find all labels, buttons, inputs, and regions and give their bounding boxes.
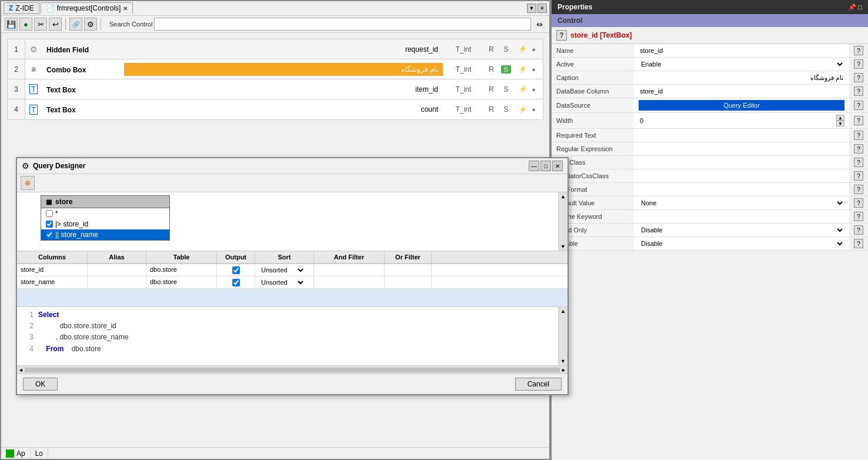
lightning-icon[interactable]: ⚡ xyxy=(518,105,528,114)
help-q-icon[interactable]: ? xyxy=(854,59,863,69)
caption-input[interactable] xyxy=(639,74,844,82)
help-q-icon[interactable]: ? xyxy=(854,198,863,208)
sort-select[interactable]: Unsorted Ascending Descending xyxy=(259,278,305,286)
prop-label-width: Width xyxy=(552,113,634,129)
regex-input[interactable] xyxy=(639,145,844,153)
qd-sql-area[interactable]: 1 Select 2 dbo.store.store_id 3 , dbo.st… xyxy=(17,306,567,365)
width-input[interactable] xyxy=(639,116,836,125)
help-q-icon[interactable]: ? xyxy=(854,171,863,181)
query-editor-button[interactable]: Query Editor xyxy=(639,100,844,111)
minimize-button[interactable]: ▼ xyxy=(527,4,536,13)
width-down-arrow[interactable]: ▼ xyxy=(836,121,844,126)
link-button[interactable]: 🔗 xyxy=(69,18,82,31)
qd-maximize-button[interactable]: □ xyxy=(540,161,551,171)
row-label: Hidden Field xyxy=(42,42,124,56)
run-button[interactable]: ● xyxy=(19,18,32,31)
help-q-icon[interactable]: ? xyxy=(854,101,863,110)
help-q-icon[interactable]: ? xyxy=(854,116,863,125)
tagformat-input[interactable] xyxy=(639,185,844,194)
help-q-icon[interactable]: ? xyxy=(854,185,863,194)
prop-value-dbcolumn xyxy=(634,85,849,98)
sort-select[interactable]: Unsorted Ascending Descending xyxy=(259,266,305,274)
lightning-icon[interactable]: ⚡ xyxy=(518,45,528,54)
readonly-select[interactable]: Disable Enable xyxy=(639,226,844,234)
help-q-icon[interactable]: ? xyxy=(854,158,863,167)
col-cell-filter xyxy=(314,264,385,276)
tab-form-label: frmrequest[Controls] xyxy=(57,4,121,12)
cachekeyword-input[interactable] xyxy=(639,212,844,221)
dbcolumn-input[interactable] xyxy=(639,87,844,95)
help-q-icon[interactable]: ? xyxy=(854,225,863,235)
scroll-left-icon[interactable]: ◄ xyxy=(18,367,24,373)
col-header-sort: Sort xyxy=(255,251,314,263)
sql-line: 2 dbo.store.store_id xyxy=(22,321,563,332)
qd-minimize-button[interactable]: — xyxy=(529,161,539,171)
row-r: R xyxy=(484,105,499,114)
close-button[interactable]: ✕ xyxy=(538,4,547,13)
defaultvalue-select[interactable]: None Today Now xyxy=(639,199,844,207)
tab-form[interactable]: 📄 frmrequest[Controls] ✕ xyxy=(41,2,133,14)
prop-value-caption xyxy=(634,71,849,85)
scroll-right-icon[interactable]: ► xyxy=(561,367,566,373)
prop-row-name: Name ? xyxy=(552,44,868,58)
save-button[interactable]: 💾 xyxy=(5,18,18,31)
help-q-icon[interactable]: ? xyxy=(854,144,863,154)
circle-icon[interactable]: ● xyxy=(529,85,539,94)
tab-zide[interactable]: Z Z-IDE xyxy=(4,2,39,14)
qd-close-button[interactable]: ✕ xyxy=(552,161,563,171)
col-cell-column: store_id xyxy=(17,264,88,276)
lightning-icon[interactable]: ⚡ xyxy=(518,65,528,74)
qd-horizontal-scrollbar[interactable]: ◄ ► xyxy=(17,365,567,374)
sql-scrollbar-v[interactable]: ▲ ▼ xyxy=(558,307,567,365)
table-row: 1 ⚙ Hidden Field request_id T_int R S ⚡ … xyxy=(8,39,543,59)
table-item-checkbox[interactable] xyxy=(46,210,53,217)
sql-plain: , dbo.store.store_name xyxy=(38,332,128,343)
scroll-down-icon[interactable]: ▼ xyxy=(560,358,566,364)
help-button[interactable]: ? xyxy=(556,30,567,41)
help-q-icon[interactable]: ? xyxy=(854,73,863,82)
circle-icon[interactable]: ● xyxy=(529,105,539,114)
diagram-scrollbar[interactable]: ▲ ▼ xyxy=(558,192,567,251)
circle-icon[interactable]: ● xyxy=(529,45,539,54)
help-q-icon[interactable]: ? xyxy=(854,46,863,55)
help-q-icon[interactable]: ? xyxy=(854,86,863,96)
cut-button[interactable]: ✂ xyxy=(34,18,47,31)
qd-add-table-button[interactable]: ⊕ xyxy=(21,176,35,190)
ok-button[interactable]: OK xyxy=(23,378,58,391)
search-icon[interactable]: ⇔ xyxy=(533,18,546,31)
maximize-icon[interactable]: □ xyxy=(858,4,862,11)
row-s: S xyxy=(499,105,513,114)
output-checkbox[interactable] xyxy=(232,266,240,274)
table-item-checkbox[interactable] xyxy=(46,231,53,238)
window-controls: ▼ ✕ xyxy=(527,4,547,13)
circle-icon[interactable]: ● xyxy=(529,65,539,74)
help-q-icon[interactable]: ? xyxy=(854,212,863,221)
required-input[interactable] xyxy=(639,131,844,139)
disable-select[interactable]: Disable Enable xyxy=(639,239,844,248)
active-select[interactable]: Enable Disable xyxy=(639,60,844,68)
width-up-arrow[interactable]: ▲ xyxy=(836,115,844,121)
tab-close-icon[interactable]: ✕ xyxy=(123,5,128,12)
scroll-track xyxy=(25,368,560,372)
scroll-up-icon[interactable]: ▲ xyxy=(560,308,566,314)
prop-row-defaultvalue: Default Value None Today Now ? xyxy=(552,196,868,210)
pin-icon[interactable]: 📌 xyxy=(848,4,856,11)
settings-button[interactable]: ⚙ xyxy=(84,18,97,31)
row-field: request_id xyxy=(124,43,443,56)
name-input[interactable] xyxy=(639,46,844,55)
help-q-icon[interactable]: ? xyxy=(854,239,863,248)
undo-button[interactable]: ↩ xyxy=(49,18,62,31)
help-q-icon[interactable]: ? xyxy=(854,131,863,140)
search-input[interactable] xyxy=(154,18,531,31)
validatorcss-input[interactable] xyxy=(639,172,844,180)
lightning-icon[interactable]: ⚡ xyxy=(518,85,528,94)
col-cell-sort: Unsorted Ascending Descending xyxy=(255,264,314,276)
cssclass-input[interactable] xyxy=(639,158,844,166)
table-item-checkbox[interactable] xyxy=(46,221,53,228)
table-diagram-box: ▦ store * |> store_id || store_name xyxy=(41,195,170,241)
cancel-button[interactable]: Cancel xyxy=(515,378,562,391)
combo-icon: ≡ xyxy=(25,62,42,76)
prop-row-readonly: Read Only Disable Enable ? xyxy=(552,224,868,237)
row-num: 4 xyxy=(8,99,25,119)
output-checkbox[interactable] xyxy=(232,279,240,286)
